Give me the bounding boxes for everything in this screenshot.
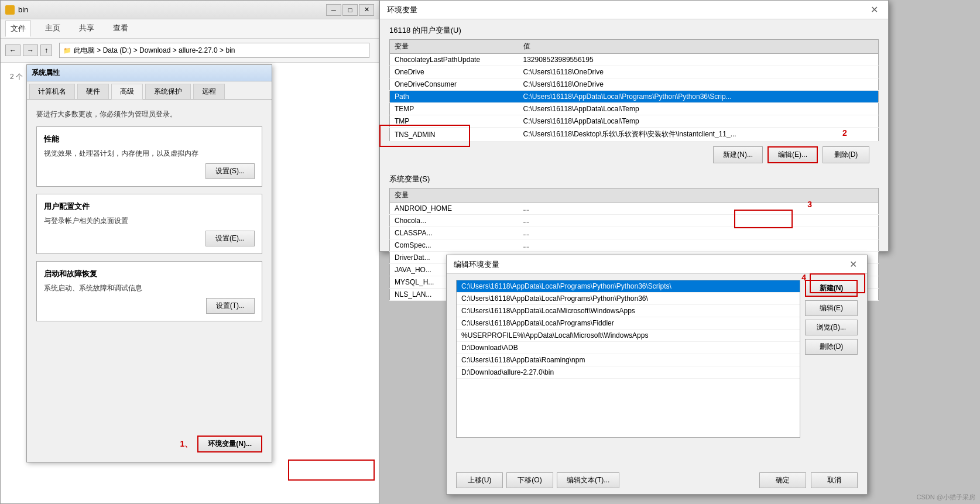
perf-settings-btn[interactable]: 设置(S)... (205, 163, 255, 179)
path-list-item[interactable]: C:\Users\16118\AppData\Local\Programs\Py… (457, 280, 800, 293)
close-btn[interactable]: ✕ (359, 4, 374, 16)
sys-var-col-header: 变量 (390, 188, 519, 203)
var-name-cell: ChocolateyLastPathUpdate (390, 54, 519, 66)
file-explorer-title-bar: bin ─ □ ✕ (1, 1, 379, 19)
user-var-row[interactable]: OneDriveC:\Users\16118\OneDrive (390, 66, 879, 78)
edit-delete-btn[interactable]: 删除(D) (805, 339, 858, 355)
user-var-row[interactable]: TEMPC:\Users\16118\AppData\Local\Temp (390, 103, 879, 115)
sys-props-title: 系统属性 (32, 68, 60, 78)
edit-text-btn[interactable]: 编辑文本(T)... (557, 472, 619, 488)
profile-settings-btn[interactable]: 设置(E)... (205, 231, 255, 246)
edit-edit-btn[interactable]: 编辑(E) (805, 300, 858, 316)
sys-var-name-cell: Chocola... (390, 215, 519, 227)
tab-advanced[interactable]: 高级 (111, 84, 143, 100)
sys-var-row[interactable]: ANDROID_HOME... (390, 203, 879, 215)
address-bar[interactable]: 📁 此电脑 > Data (D:) > Download > allure-2.… (59, 43, 369, 58)
user-var-row[interactable]: OneDriveConsumerC:\Users\16118\OneDrive (390, 78, 879, 91)
ribbon-bar: 文件 主页 共享 查看 (1, 19, 379, 39)
var-name-cell: Path (390, 91, 519, 103)
user-var-row[interactable]: PathC:\Users\16118\AppData\Local\Program… (390, 91, 879, 103)
user-vars-table: 变量 值 ChocolateyLastPathUpdate13290852398… (389, 39, 879, 142)
move-down-btn[interactable]: 下移(O) (506, 472, 553, 488)
edit-new-btn[interactable]: 新建(N) (805, 280, 858, 297)
path-list-item[interactable]: C:\Users\16118\AppData\Local\Programs\Py… (457, 293, 800, 305)
ribbon-tab-view[interactable]: 查看 (108, 20, 133, 37)
tab-system-protect[interactable]: 系统保护 (145, 84, 191, 99)
profile-section: 用户配置文件 与登录帐户相关的桌面设置 设置(E)... (36, 194, 262, 254)
path-list[interactable]: C:\Users\16118\AppData\Local\Programs\Py… (456, 280, 800, 438)
move-up-btn[interactable]: 上移(U) (456, 472, 503, 488)
val-col-header: 值 (519, 40, 879, 54)
sys-vars-title: 系统变量(S) (389, 174, 879, 184)
user-new-btn[interactable]: 新建(N)... (713, 146, 763, 163)
path-list-item[interactable]: C:\Users\16118\AppData\Local\Microsoft\W… (457, 305, 800, 317)
edit-close-btn[interactable]: ✕ (846, 258, 860, 272)
ok-cancel-btns: 确定 取消 (759, 472, 858, 488)
var-name-cell: TMP (390, 115, 519, 128)
startup-desc: 系统启动、系统故障和调试信息 (44, 283, 255, 293)
perf-desc: 视觉效果，处理器计划，内存使用，以及虚拟内存 (44, 148, 255, 159)
edit-dialog-bottom-bar: 上移(U) 下移(O) 编辑文本(T)... 确定 取消 (456, 472, 858, 488)
user-vars-section: 16118 的用户变量(U) 变量 值 ChocolateyLastPathUp… (380, 19, 888, 174)
path-list-item[interactable]: C:\Users\16118\AppData\Local\Programs\Fi… (457, 317, 800, 330)
sys-var-value-cell: ... (519, 203, 879, 215)
forward-btn[interactable]: → (23, 44, 38, 56)
system-properties-dialog: 系统属性 计算机名 硬件 高级 系统保护 远程 要进行大多数更改，你必须作为管理… (26, 64, 272, 462)
path-list-item[interactable]: C:\Users\16118\AppData\Roaming\npm (457, 354, 800, 366)
tab-computer-name[interactable]: 计算机名 (29, 84, 75, 99)
user-var-row[interactable]: TMPC:\Users\16118\AppData\Local\Temp (390, 115, 879, 128)
user-vars-btns: 新建(N)... 编辑(E)... 删除(D) (389, 142, 879, 168)
address-path: 此电脑 > Data (D:) > Download > allure-2.27… (74, 46, 235, 56)
step4-annotation: 4 (801, 273, 806, 282)
up-btn[interactable]: ↑ (40, 44, 52, 56)
sys-var-row[interactable]: ComSpec...... (390, 239, 879, 252)
admin-warning: 要进行大多数更改，你必须作为管理员登录。 (36, 109, 262, 119)
sys-props-title-bar: 系统属性 (27, 65, 272, 81)
edit-side-btns: 新建(N) 编辑(E) 浏览(B)... 删除(D) (805, 280, 858, 438)
edit-browse-btn[interactable]: 浏览(B)... (805, 320, 858, 335)
path-list-item[interactable]: %USERPROFILE%\AppData\Local\Microsoft\Wi… (457, 330, 800, 342)
env-close-btn[interactable]: ✕ (867, 3, 881, 17)
watermark: CSDN @小猫子采房 (917, 493, 975, 502)
sys-var-value-cell: ... (519, 239, 879, 252)
ok-btn[interactable]: 确定 (759, 472, 806, 488)
user-delete-btn[interactable]: 删除(D) (823, 146, 869, 163)
step3-annotation: 3 (807, 200, 812, 209)
step2-annotation: 2 (842, 128, 847, 138)
tab-hardware[interactable]: 硬件 (77, 84, 109, 99)
edit-env-var-dialog: 编辑环境变量 ✕ C:\Users\16118\AppData\Local\Pr… (446, 255, 868, 495)
startup-settings-btn[interactable]: 设置(T)... (206, 298, 255, 314)
var-value-cell: 132908523989556195 (519, 54, 879, 66)
env-variables-btn[interactable]: 环境变量(N)... (197, 436, 262, 452)
sys-var-name-cell: ComSpec... (390, 239, 519, 252)
user-var-row[interactable]: TNS_ADMINC:\Users\16118\Desktop\乐软\乐软资料\… (390, 128, 879, 142)
minimize-btn[interactable]: ─ (326, 4, 341, 16)
edit-dialog-title-text: 编辑环境变量 (454, 259, 499, 270)
move-buttons: 上移(U) 下移(O) 编辑文本(T)... (456, 472, 619, 488)
user-edit-btn[interactable]: 编辑(E)... (767, 146, 818, 163)
ribbon-tab-file[interactable]: 文件 (5, 20, 31, 37)
sys-var-value-cell: ... (519, 227, 879, 239)
var-name-cell: OneDrive (390, 66, 519, 78)
path-list-item[interactable]: D:\Download\allure-2.27.0\bin (457, 366, 800, 379)
sys-var-row[interactable]: CLASSPA...... (390, 227, 879, 239)
user-var-row[interactable]: ChocolateyLastPathUpdate1329085239895561… (390, 54, 879, 66)
var-value-cell: C:\Users\16118\OneDrive (519, 66, 879, 78)
tab-remote[interactable]: 远程 (193, 84, 225, 99)
ribbon-tab-share[interactable]: 共享 (74, 20, 99, 37)
maximize-btn[interactable]: □ (342, 4, 358, 16)
cancel-btn[interactable]: 取消 (811, 472, 858, 488)
back-btn[interactable]: ← (5, 44, 20, 56)
var-value-cell: C:\Users\16118\OneDrive (519, 78, 879, 91)
var-value-cell: C:\Users\16118\AppData\Local\Programs\Py… (519, 91, 879, 103)
var-value-cell: C:\Users\16118\AppData\Local\Temp (519, 115, 879, 128)
sys-var-row[interactable]: Chocola...... (390, 215, 879, 227)
sys-var-name-cell: CLASSPA... (390, 227, 519, 239)
perf-title: 性能 (44, 134, 255, 145)
step4-label: 4 (801, 273, 806, 282)
path-list-item[interactable]: D:\Download\ADB (457, 342, 800, 354)
ribbon-tab-home[interactable]: 主页 (40, 20, 65, 37)
window-controls: ─ □ ✕ (326, 4, 374, 16)
profile-desc: 与登录帐户相关的桌面设置 (44, 215, 255, 226)
sys-props-content: 要进行大多数更改，你必须作为管理员登录。 性能 视觉效果，处理器计划，内存使用，… (27, 100, 272, 338)
